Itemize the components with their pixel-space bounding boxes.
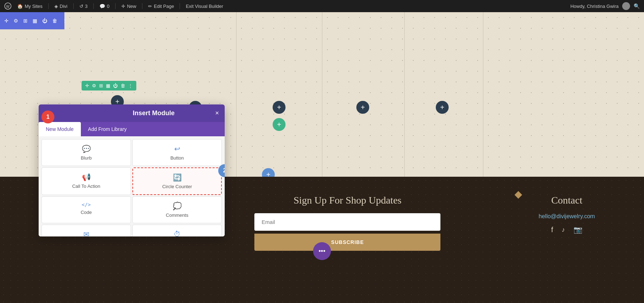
col-settings-icon[interactable]: ⚙	[92, 83, 96, 88]
vert-line-2	[322, 12, 322, 177]
admin-bar: W 🏠 My Sites ◈ Divi ↺ 3 💬 0 ✛ New ✏ Edit…	[0, 0, 644, 12]
edit-icon: ✏	[148, 4, 152, 9]
col-grid-icon[interactable]: ▦	[106, 83, 110, 88]
comment-icon: 💬	[99, 4, 105, 9]
code-icon: </>	[82, 202, 91, 207]
separator4	[115, 3, 116, 9]
plus-btn-5[interactable]: +	[436, 101, 449, 114]
instagram-icon[interactable]: 📷	[574, 225, 582, 234]
circle-counter-icon: 🔄	[173, 173, 182, 182]
subscribe-divider	[254, 231, 440, 232]
vb-delete-icon[interactable]: 🗑	[51, 16, 59, 25]
separator2	[73, 3, 74, 9]
divi-icon: ◈	[54, 4, 58, 9]
contact-email[interactable]: hello@divijewelry.com	[539, 213, 595, 220]
dots-icon: •••	[319, 248, 326, 255]
facebook-icon[interactable]: f	[551, 226, 553, 234]
vert-line-1	[236, 12, 236, 177]
module-comments[interactable]: 💭 Comments	[132, 196, 222, 223]
new-menu[interactable]: ✛ New	[121, 4, 136, 9]
step-badge-1: 1	[42, 111, 54, 123]
tiktok-icon[interactable]: ♪	[562, 226, 565, 234]
plus-btn-4[interactable]: +	[356, 101, 369, 114]
code-label: Code	[80, 210, 92, 215]
vert-line-4	[483, 12, 483, 177]
my-sites[interactable]: 🏠 My Sites	[17, 4, 43, 9]
button-icon: ↩	[174, 145, 180, 153]
vb-power-icon[interactable]: ⏻	[41, 16, 49, 25]
module-code[interactable]: </> Code	[42, 196, 131, 223]
vb-grid-icon[interactable]: ▦	[31, 16, 39, 25]
svg-text:W: W	[6, 5, 10, 9]
comments-icon: 💭	[173, 202, 182, 210]
circle-counter-label: Circle Counter	[162, 184, 192, 189]
button-label: Button	[170, 155, 184, 161]
diamond-icon: ◆	[514, 188, 522, 200]
wp-logo[interactable]: W	[4, 3, 11, 10]
insert-module-dialog: 1 Insert Module × New Module Add From Li…	[39, 104, 225, 236]
module-grid: 💬 Blurb ↩ Button 📢 Call To Action 🔄 Circ…	[42, 139, 222, 236]
col-add-icon[interactable]: ✛	[85, 83, 89, 88]
footer-signup: Sign Up For Shop Updates SUBSCRIBE •••	[254, 195, 440, 251]
separator6	[180, 3, 180, 9]
page-content: ✛ ⚙ ⊞ ▦ ⏻ 🗑 ⋮ + + + + + + 1 Insert Modul…	[0, 12, 644, 303]
plus-btn-teal[interactable]: +	[273, 118, 286, 131]
social-icons: f ♪ 📷	[539, 225, 595, 234]
tab-add-from-library[interactable]: Add From Library	[81, 122, 134, 136]
module-list: 💬 Blurb ↩ Button 📢 Call To Action 🔄 Circ…	[39, 136, 225, 236]
separator	[48, 3, 49, 9]
home-icon: 🏠	[17, 4, 23, 9]
avatar	[622, 2, 630, 10]
module-contact-form[interactable]: ✉ Contact Form	[42, 225, 131, 236]
separator5	[142, 3, 142, 9]
col-power-icon[interactable]: ⏻	[113, 83, 118, 88]
footer-contact: Contact hello@divijewelry.com f ♪ 📷	[539, 195, 595, 234]
subscribe-button[interactable]: SUBSCRIBE	[254, 234, 440, 251]
revisions-icon: ↺	[79, 4, 83, 9]
exit-vb[interactable]: Exit Visual Builder	[186, 4, 223, 9]
vb-toolbar: ✛ ⚙ ⊞ ▦ ⏻ 🗑 ⋮	[0, 12, 64, 29]
separator3	[93, 3, 94, 9]
tab-new-module[interactable]: New Module	[39, 122, 81, 136]
dots-button[interactable]: •••	[313, 242, 331, 260]
admin-right: Howdy, Christina Gwira 🔍	[570, 2, 640, 10]
col-toolbar: ✛ ⚙ ⊞ ▦ ⏻ 🗑 ⋮	[82, 81, 136, 91]
cta-label: Call To Action	[72, 184, 101, 189]
search-icon[interactable]: 🔍	[634, 3, 640, 9]
signup-heading: Sign Up For Shop Updates	[254, 195, 440, 206]
revisions[interactable]: ↺ 3	[79, 4, 88, 9]
vert-line-3	[404, 12, 405, 177]
insert-module-header: 1 Insert Module ×	[39, 104, 225, 122]
countdown-icon: ⏱	[174, 230, 181, 236]
col-clone-icon[interactable]: ⊞	[99, 83, 103, 88]
module-button[interactable]: ↩ Button	[132, 139, 222, 166]
divi-menu[interactable]: ◈ Divi	[54, 4, 68, 9]
edit-page[interactable]: ✏ Edit Page	[148, 4, 174, 9]
comments-label: Comments	[166, 212, 189, 218]
blurb-label: Blurb	[81, 155, 92, 161]
contact-heading: Contact	[539, 195, 595, 206]
vb-add-icon[interactable]: ✛	[3, 16, 10, 25]
email-input[interactable]	[254, 213, 440, 231]
module-countdown-timer[interactable]: ⏱ Countdown Timer	[132, 225, 222, 236]
col-delete-icon[interactable]: 🗑	[121, 83, 125, 88]
module-circle-counter[interactable]: 🔄 Circle Counter	[132, 167, 222, 195]
contact-form-icon: ✉	[83, 230, 89, 236]
vb-settings-icon[interactable]: ⚙	[12, 16, 20, 25]
cta-icon: 📢	[82, 173, 91, 181]
module-cta[interactable]: 📢 Call To Action	[42, 167, 131, 195]
plus-btn-3[interactable]: +	[273, 101, 286, 114]
col-more-icon[interactable]: ⋮	[128, 83, 133, 88]
module-tabs: New Module Add From Library	[39, 122, 225, 136]
insert-module-title: Insert Module	[133, 109, 175, 117]
comments[interactable]: 💬 0	[99, 4, 109, 9]
close-button[interactable]: ×	[215, 109, 219, 117]
vb-more-icon[interactable]: ⋮	[61, 16, 69, 25]
vb-clone-icon[interactable]: ⊞	[22, 16, 29, 25]
beige-section: ✛ ⚙ ⊞ ▦ ⏻ 🗑 ⋮ + + + + + + 1 Insert Modul…	[0, 12, 644, 177]
module-blurb[interactable]: 💬 Blurb	[42, 139, 131, 166]
plus-icon: ✛	[121, 4, 125, 9]
blurb-icon: 💬	[82, 145, 91, 153]
